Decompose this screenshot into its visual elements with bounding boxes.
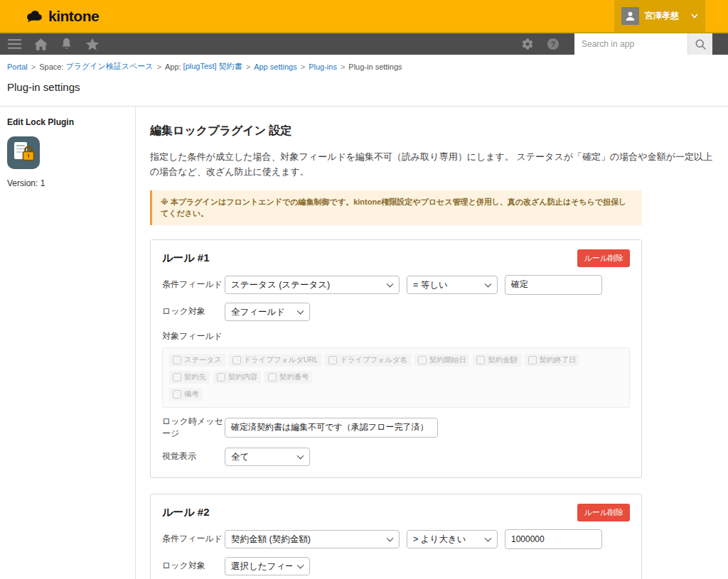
page-title: Plug-in settings <box>0 73 728 106</box>
breadcrumb-separator: > <box>246 63 250 71</box>
search-button[interactable] <box>687 33 712 55</box>
rule-2-operator-select[interactable]: > より大きい <box>407 530 498 548</box>
rule-2-title: ルール #2 <box>162 506 210 519</box>
breadcrumb-link-app[interactable]: [plugTest] 契約書 <box>183 61 242 72</box>
content-area: Edit Lock Plugin Version: 1 編集ロックプラグイン 設… <box>0 107 728 579</box>
target-field-checkbox-item: 契約終了日 <box>525 354 580 367</box>
rule-1-target-fields-group: ステータスドライブフォルダURLドライブフォルダ名契約開始日契約金額契約終了日契… <box>162 347 630 408</box>
breadcrumb-current: Plug-in settings <box>348 63 402 71</box>
field-checkbox <box>173 373 181 382</box>
hamburger-menu-icon[interactable] <box>0 39 28 49</box>
field-checkbox-label: ドライブフォルダ名 <box>340 355 407 365</box>
delete-rule-2-button[interactable]: ルール削除 <box>577 504 630 521</box>
rule-1-condition-value-input[interactable] <box>505 275 602 295</box>
search-magnifier-icon <box>695 38 707 50</box>
rule-1-lock-target-select[interactable]: 全フィールド <box>225 303 310 321</box>
field-checkbox <box>268 373 277 382</box>
home-icon[interactable] <box>28 38 54 50</box>
plugin-sidebar: Edit Lock Plugin Version: 1 <box>0 107 135 579</box>
condition-field-label: 条件フィールド <box>162 278 225 291</box>
rule-1-title: ルール #1 <box>162 251 210 265</box>
field-checkbox <box>173 390 181 399</box>
target-field-checkbox-item: 備考 <box>169 388 203 401</box>
field-checkbox <box>418 356 427 364</box>
rule-2-condition-row: 条件フィールド 契約金額 (契約金額) > より大きい <box>162 529 630 549</box>
breadcrumb-link-space[interactable]: プラグイン検証スペース <box>65 61 153 72</box>
gear-settings-icon[interactable] <box>515 38 540 50</box>
field-checkbox <box>328 356 337 364</box>
rule-1-condition-controls: ステータス (ステータス) = 等しい <box>225 275 630 295</box>
field-checkbox-label: ステータス <box>184 355 222 365</box>
target-field-checkbox-item: 契約金額 <box>473 354 520 367</box>
target-field-checkbox-item: ドライブフォルダ名 <box>325 354 411 367</box>
logo-text: kintone <box>48 8 99 25</box>
rule-1-lock-target-row: ロック対象 全フィールド <box>162 303 630 321</box>
rule-2-condition-value-input[interactable] <box>505 529 602 549</box>
field-checkbox-label: 契約先 <box>184 372 206 382</box>
kintone-cloud-icon <box>24 9 43 24</box>
field-checkbox-label: 備考 <box>184 389 199 399</box>
condition-field-label: 条件フィールド <box>162 533 225 545</box>
target-field-checkbox-item: 契約開始日 <box>414 354 470 367</box>
plugin-name: Edit Lock Plugin <box>7 117 128 127</box>
frontend-warning-notice: ※ 本プラグインはフロントエンドでの編集制御です。kintone権限設定やプロセ… <box>150 190 642 225</box>
breadcrumb-link-plugins[interactable]: Plug-ins <box>309 63 337 71</box>
operator-select-wrap: = 等しい <box>407 276 498 294</box>
user-name: 宮澤孝慈 <box>645 10 685 22</box>
rule-card-2: ルール #2 ルール削除 条件フィールド 契約金額 (契約金額) > より大きい <box>150 494 642 579</box>
field-checkbox-label: 契約番号 <box>279 372 309 382</box>
breadcrumb-separator: > <box>341 63 345 71</box>
field-checkbox-label: 契約開始日 <box>429 355 466 365</box>
app-header: kintone 宮澤孝慈 <box>0 0 728 33</box>
lock-target-select-wrap: 選択したフィールド <box>225 557 310 575</box>
condition-field-select-wrap: 契約金額 (契約金額) <box>225 530 400 548</box>
field-checkbox <box>217 373 225 382</box>
rule-2-lock-target-row: ロック対象 選択したフィールド <box>162 557 630 575</box>
rule-1-lock-message-input[interactable] <box>225 418 438 438</box>
operator-select-wrap: > より大きい <box>407 530 498 548</box>
lock-target-select-wrap: 全フィールド <box>225 303 310 321</box>
breadcrumb-separator: > <box>157 63 161 71</box>
settings-title: 編集ロックプラグイン 設定 <box>150 124 714 139</box>
field-checkbox-label: ドライブフォルダURL <box>244 355 318 365</box>
breadcrumb-prefix-space: Space: <box>39 63 63 71</box>
breadcrumb-link-app-settings[interactable]: App settings <box>254 63 297 71</box>
target-fields-label: 対象フィールド <box>162 330 630 342</box>
field-checkbox-label: 契約終了日 <box>540 355 577 365</box>
breadcrumb-link-portal[interactable]: Portal <box>7 63 28 71</box>
help-icon[interactable]: ? <box>540 38 566 50</box>
target-field-checkbox-item: 契約内容 <box>213 371 261 384</box>
delete-rule-1-button[interactable]: ルール削除 <box>577 249 630 267</box>
search-input[interactable] <box>574 33 687 55</box>
plugin-settings-main: 編集ロックプラグイン 設定 指定した条件が成立した場合、対象フィールドを編集不可… <box>135 107 728 579</box>
rule-2-condition-field-select[interactable]: 契約金額 (契約金額) <box>225 530 400 548</box>
breadcrumb-separator: > <box>301 63 305 71</box>
breadcrumb: Portal > Space: プラグイン検証スペース > App: [plug… <box>0 55 728 73</box>
visual-display-select-wrap: 全て <box>225 448 310 466</box>
field-checkbox <box>476 356 485 364</box>
user-menu[interactable]: 宮澤孝慈 <box>614 0 705 32</box>
rule-2-lock-target-select[interactable]: 選択したフィールド <box>225 557 310 575</box>
chevron-down-icon <box>691 13 698 18</box>
page-head: Portal > Space: プラグイン検証スペース > App: [plug… <box>0 55 728 107</box>
plugin-document-lock-icon <box>7 136 128 172</box>
kintone-logo[interactable]: kintone <box>24 8 99 25</box>
notification-bell-icon[interactable] <box>54 38 79 50</box>
rule-2-condition-controls: 契約金額 (契約金額) > より大きい <box>225 529 630 549</box>
app-search <box>574 33 712 55</box>
rule-1-visual-display-select[interactable]: 全て <box>225 448 310 466</box>
user-avatar-icon <box>621 7 639 25</box>
lock-message-label: ロック時メッセージ <box>162 416 225 440</box>
target-field-checkbox-item: 契約番号 <box>264 371 312 384</box>
navbar-right-group: ? <box>515 33 728 55</box>
rule-1-operator-select[interactable]: = 等しい <box>407 276 498 294</box>
visual-display-label: 視覚表示 <box>162 450 225 462</box>
target-field-checkbox-item: ステータス <box>169 354 225 367</box>
field-checkbox <box>232 356 241 364</box>
rule-1-condition-field-select[interactable]: ステータス (ステータス) <box>225 276 400 294</box>
rule-1-visual-row: 視覚表示 全て <box>162 448 630 466</box>
field-checkbox <box>173 356 181 364</box>
target-field-checkbox-item: 契約先 <box>169 371 210 384</box>
favorite-star-icon[interactable] <box>79 38 106 51</box>
rule-2-header: ルール #2 ルール削除 <box>162 504 630 521</box>
